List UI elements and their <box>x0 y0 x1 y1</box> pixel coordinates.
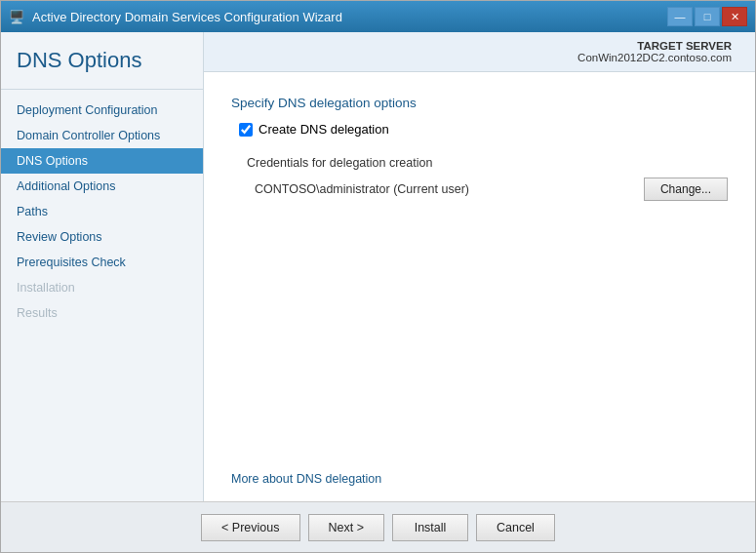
close-button[interactable]: ✕ <box>722 7 747 26</box>
credentials-user: CONTOSO\administrator (Current user) <box>255 182 469 196</box>
credentials-section: Credentials for delegation creation CONT… <box>247 156 728 201</box>
sidebar-item-dns-options[interactable]: DNS Options <box>1 148 203 174</box>
sidebar-item-domain-controller-options[interactable]: Domain Controller Options <box>1 123 203 148</box>
sidebar-item-results: Results <box>1 300 203 326</box>
sidebar-item-installation: Installation <box>1 275 203 300</box>
create-dns-delegation-row: Create DNS delegation <box>239 122 728 137</box>
main-window: 🖥️ Active Directory Domain Services Conf… <box>0 0 756 553</box>
title-bar-left: 🖥️ Active Directory Domain Services Conf… <box>9 10 342 24</box>
sidebar-item-deployment-configuration[interactable]: Deployment Configuration <box>1 98 203 123</box>
main-header: TARGET SERVER ConWin2012DC2.contoso.com <box>204 32 755 72</box>
title-bar-buttons: — □ ✕ <box>667 7 747 26</box>
target-server-name: ConWin2012DC2.contoso.com <box>227 52 732 63</box>
more-link-section: More about DNS delegation <box>204 455 755 501</box>
sidebar-item-additional-options[interactable]: Additional Options <box>1 174 203 199</box>
content-area: DNS Options Deployment Configuration Dom… <box>1 32 755 501</box>
section-title: Specify DNS delegation options <box>231 96 728 110</box>
install-button[interactable]: Install <box>392 514 468 541</box>
page-title: DNS Options <box>1 48 203 90</box>
sidebar-item-paths[interactable]: Paths <box>1 199 203 224</box>
maximize-button[interactable]: □ <box>695 7 720 26</box>
sidebar-item-prerequisites-check[interactable]: Prerequisites Check <box>1 250 203 275</box>
previous-button[interactable]: < Previous <box>201 514 299 541</box>
credentials-row: CONTOSO\administrator (Current user) Cha… <box>255 178 728 201</box>
window-title: Active Directory Domain Services Configu… <box>32 10 342 24</box>
cancel-button[interactable]: Cancel <box>476 514 555 541</box>
window-icon: 🖥️ <box>9 10 24 24</box>
create-dns-delegation-checkbox[interactable] <box>239 123 253 137</box>
change-button[interactable]: Change... <box>644 178 728 201</box>
sidebar-item-review-options[interactable]: Review Options <box>1 224 203 250</box>
minimize-button[interactable]: — <box>667 7 693 26</box>
next-button[interactable]: Next > <box>308 514 384 541</box>
more-about-dns-link[interactable]: More about DNS delegation <box>231 472 381 486</box>
create-dns-delegation-label: Create DNS delegation <box>259 122 389 137</box>
title-bar: 🖥️ Active Directory Domain Services Conf… <box>1 1 755 32</box>
sidebar: DNS Options Deployment Configuration Dom… <box>1 32 204 501</box>
credentials-label: Credentials for delegation creation <box>247 156 728 170</box>
footer: < Previous Next > Install Cancel <box>1 501 755 552</box>
main-content: Specify DNS delegation options Create DN… <box>204 72 755 455</box>
target-server-label: TARGET SERVER <box>227 40 732 52</box>
main-panel: TARGET SERVER ConWin2012DC2.contoso.com … <box>204 32 755 501</box>
